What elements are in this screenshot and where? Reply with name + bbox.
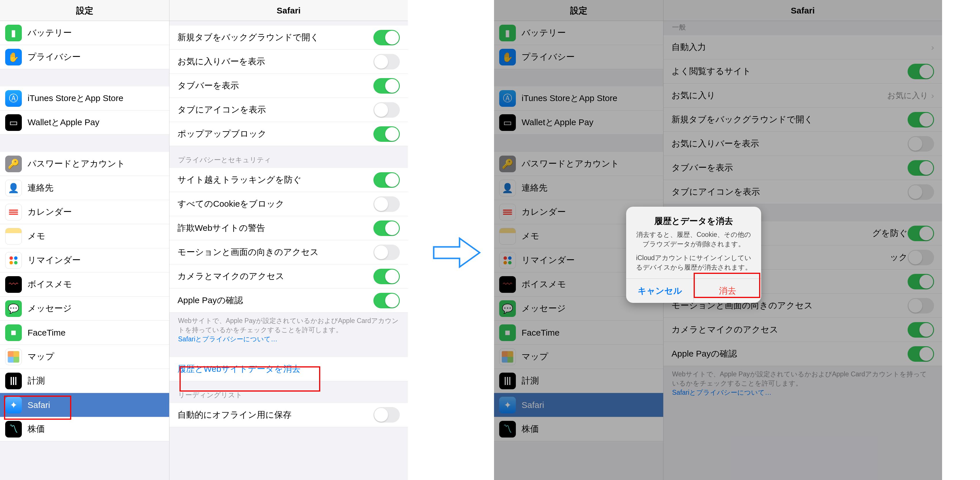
- header-general: 一般: [663, 21, 942, 35]
- row-popup[interactable]: ポップアップブロック: [169, 122, 408, 146]
- toggle-motion[interactable]: [373, 245, 400, 260]
- messages-icon: 💬: [5, 300, 22, 317]
- sidebar-title: 設定: [0, 0, 169, 21]
- sidebar-item-facetime[interactable]: ■FaceTime: [0, 321, 169, 345]
- toggle-tab-bar[interactable]: [373, 78, 400, 94]
- alert-title: 履歴とデータを消去: [633, 215, 754, 227]
- sidebar-item-voicememo[interactable]: 〰ボイスメモ: [0, 272, 169, 297]
- clear-history-alert: 履歴とデータを消去 消去すると、履歴、Cookie、その他のブラウズデータが削除…: [626, 207, 761, 303]
- toggle-popup[interactable]: [373, 126, 400, 142]
- row-offline[interactable]: 自動的にオフライン用に保存: [169, 403, 408, 427]
- header-privacy: プライバシーとセキュリティ: [169, 146, 408, 168]
- row-motion[interactable]: モーションと画面の向きのアクセス: [169, 240, 408, 264]
- sidebar-item-maps[interactable]: マップ: [0, 345, 169, 369]
- sidebar-item-measure[interactable]: 計測: [0, 369, 169, 393]
- sidebar-item-passwords[interactable]: 🔑パスワードとアカウント: [494, 152, 663, 176]
- toggle-fraud[interactable]: [908, 274, 934, 289]
- sidebar-item-safari[interactable]: ✦Safari: [494, 393, 663, 417]
- sidebar-item-wallet[interactable]: ▭WalletとApple Pay: [494, 111, 663, 135]
- toggle-motion[interactable]: [908, 298, 934, 313]
- sidebar-item-passwords[interactable]: 🔑パスワードとアカウント: [0, 152, 169, 176]
- row-cross-site[interactable]: サイト越えトラッキングを防ぐ: [169, 168, 408, 192]
- row-applepay[interactable]: Apple Payの確認: [663, 342, 942, 366]
- calendar-icon: [5, 204, 22, 221]
- safari-privacy-link[interactable]: Safariとプライバシーについて…: [672, 389, 772, 396]
- row-block-cookies[interactable]: すべてのCookieをブロック: [169, 192, 408, 216]
- facetime-icon: ■: [5, 324, 22, 341]
- sidebar-item-contacts[interactable]: 👤連絡先: [494, 176, 663, 200]
- toggle-cross-site[interactable]: [908, 226, 934, 241]
- toggle-camera[interactable]: [908, 322, 934, 338]
- row-camera[interactable]: カメラとマイクのアクセス: [169, 264, 408, 289]
- sidebar-item-battery[interactable]: ▮バッテリー: [0, 21, 169, 45]
- row-tab-icons[interactable]: タブにアイコンを表示: [169, 98, 408, 122]
- toggle-fraud[interactable]: [373, 221, 400, 236]
- appstore-icon: Ⓐ: [499, 90, 516, 107]
- toggle-open-bg[interactable]: [373, 30, 400, 45]
- row-clear-history[interactable]: 履歴とWebサイトデータを消去: [169, 357, 408, 381]
- toggle-block-cookies[interactable]: [908, 250, 934, 265]
- sidebar-item-stocks[interactable]: 〽株価: [0, 417, 169, 441]
- toggle-tab-icons[interactable]: [373, 102, 400, 118]
- alert-cancel-button[interactable]: キャンセル: [626, 279, 694, 303]
- sidebar-item-calendar[interactable]: カレンダー: [0, 200, 169, 224]
- toggle-tab-icons[interactable]: [908, 184, 934, 200]
- safari-privacy-link[interactable]: Safariとプライバシーについて…: [178, 335, 277, 343]
- safari-icon: ✦: [5, 397, 22, 413]
- toggle-open-bg[interactable]: [908, 112, 934, 127]
- sidebar-item-privacy[interactable]: ✋プライバシー: [0, 45, 169, 69]
- sidebar-item-battery[interactable]: ▮バッテリー: [494, 21, 663, 45]
- toggle-tab-bar[interactable]: [908, 160, 934, 176]
- reminders-icon: [499, 252, 516, 269]
- sidebar-item-privacy[interactable]: ✋プライバシー: [494, 45, 663, 69]
- row-freq-sites[interactable]: よく閲覧するサイト: [663, 59, 942, 84]
- facetime-icon: ■: [499, 324, 516, 341]
- row-open-bg[interactable]: 新規タブをバックグラウンドで開く: [663, 108, 942, 132]
- measure-icon: [5, 373, 22, 389]
- measure-icon: [499, 373, 516, 389]
- row-fav-bar[interactable]: お気に入りバーを表示: [169, 50, 408, 74]
- toggle-cross-site[interactable]: [373, 172, 400, 188]
- row-autofill[interactable]: 自動入力›: [663, 35, 942, 59]
- row-favorites[interactable]: お気に入りお気に入り›: [663, 84, 942, 108]
- maps-icon: [5, 348, 22, 365]
- toggle-offline[interactable]: [373, 407, 400, 423]
- row-open-bg[interactable]: 新規タブをバックグラウンドで開く: [169, 25, 408, 50]
- sidebar-item-wallet[interactable]: ▭WalletとApple Pay: [0, 111, 169, 135]
- detail-title: Safari: [169, 0, 408, 21]
- alert-clear-button[interactable]: 消去: [694, 279, 761, 303]
- toggle-fav-bar[interactable]: [373, 54, 400, 70]
- toggle-freq-sites[interactable]: [908, 64, 934, 79]
- transition-arrow: [431, 235, 482, 271]
- toggle-camera[interactable]: [373, 269, 400, 284]
- hand-icon: ✋: [5, 49, 22, 65]
- voicememo-icon: 〰: [5, 276, 22, 293]
- footer-applepay: Webサイトで、Apple Payが設定されているかおよびApple Cardア…: [169, 313, 408, 346]
- row-tab-bar[interactable]: タブバーを表示: [169, 74, 408, 98]
- sidebar-item-reminders[interactable]: リマインダー: [0, 248, 169, 272]
- appstore-icon: Ⓐ: [5, 90, 22, 107]
- sidebar-item-maps[interactable]: マップ: [494, 345, 663, 369]
- sidebar-item-measure[interactable]: 計測: [494, 369, 663, 393]
- sidebar-item-notes[interactable]: メモ: [0, 224, 169, 248]
- sidebar-item-safari[interactable]: ✦Safari: [0, 393, 169, 417]
- sidebar-item-messages[interactable]: 💬メッセージ: [0, 297, 169, 321]
- sidebar-item-stocks[interactable]: 〽株価: [494, 417, 663, 441]
- key-icon: 🔑: [5, 156, 22, 172]
- row-fav-bar[interactable]: お気に入りバーを表示: [663, 132, 942, 156]
- row-fraud[interactable]: 詐欺Webサイトの警告: [169, 216, 408, 240]
- sidebar-item-contacts[interactable]: 👤連絡先: [0, 176, 169, 200]
- sidebar-item-appstore[interactable]: ⒶiTunes StoreとApp Store: [0, 86, 169, 111]
- stocks-icon: 〽: [5, 421, 22, 437]
- toggle-applepay[interactable]: [373, 293, 400, 308]
- contacts-icon: 👤: [499, 180, 516, 196]
- row-camera[interactable]: カメラとマイクのアクセス: [663, 318, 942, 342]
- toggle-applepay[interactable]: [908, 346, 934, 362]
- row-applepay[interactable]: Apple Payの確認: [169, 289, 408, 313]
- row-tab-bar[interactable]: タブバーを表示: [663, 156, 942, 180]
- row-tab-icons[interactable]: タブにアイコンを表示: [663, 180, 942, 204]
- toggle-block-cookies[interactable]: [373, 196, 400, 212]
- sidebar-item-appstore[interactable]: ⒶiTunes StoreとApp Store: [494, 86, 663, 111]
- toggle-fav-bar[interactable]: [908, 136, 934, 152]
- sidebar-item-facetime[interactable]: ■FaceTime: [494, 321, 663, 345]
